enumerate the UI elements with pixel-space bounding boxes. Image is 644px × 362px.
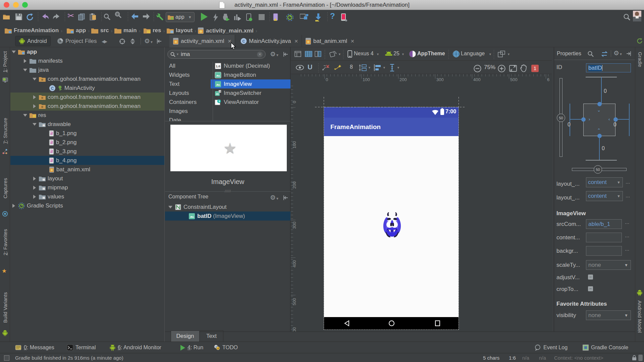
svg-text:1.0: 1.0 <box>216 65 220 68</box>
svg-text:C: C <box>243 39 245 43</box>
svg-text:C: C <box>51 86 54 90</box>
